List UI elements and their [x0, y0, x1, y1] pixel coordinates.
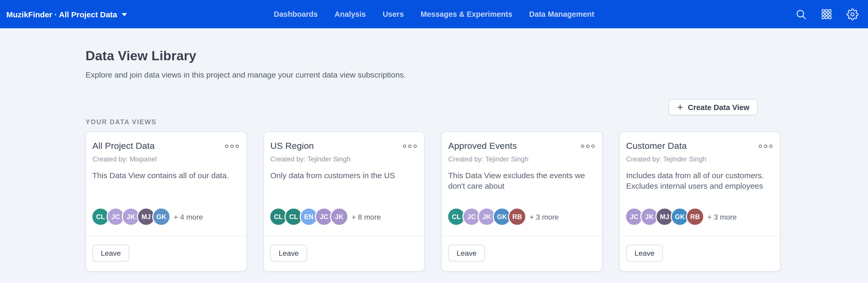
meatball-dot-icon — [236, 145, 239, 148]
avatar-rb: RB — [686, 208, 704, 226]
card-body: US Region Created by: Tejinder Singh Onl… — [264, 132, 424, 235]
leave-button[interactable]: Leave — [626, 245, 663, 261]
card-options-menu-button[interactable] — [580, 144, 596, 149]
search-button[interactable] — [795, 8, 807, 21]
topbar: MuzikFinder · All Project Data Dashboard… — [0, 0, 868, 28]
leave-button[interactable]: Leave — [92, 245, 129, 261]
page-title: Data View Library — [86, 28, 780, 63]
card-description: This Data View contains all of our data. — [92, 170, 240, 181]
app-root: MuzikFinder · All Project Data Dashboard… — [0, 0, 868, 283]
card-options-menu-button[interactable] — [402, 144, 418, 149]
card-more-label: + 3 more — [529, 213, 559, 221]
card-title-row: All Project Data — [92, 141, 240, 151]
card-footer: Leave — [264, 235, 424, 271]
card-created-by: Created by: Tejinder Singh — [270, 155, 418, 163]
data-view-card: Customer Data Created by: Tejinder Singh… — [619, 132, 780, 272]
data-view-card: All Project Data Created by: Mixpanel Th… — [86, 132, 247, 272]
card-more-label: + 4 more — [174, 213, 203, 221]
card-title: US Region — [270, 141, 314, 151]
nav-item-data-management[interactable]: Data Management — [529, 10, 594, 19]
card-title: All Project Data — [92, 141, 155, 151]
card-title-row: US Region — [270, 141, 418, 151]
card-options-menu-button[interactable] — [758, 144, 774, 149]
card-title-row: Approved Events — [448, 141, 596, 151]
card-description: Includes data from all of our customers.… — [626, 170, 774, 191]
data-view-card: Approved Events Created by: Tejinder Sin… — [441, 132, 602, 272]
plus-icon: + — [677, 102, 683, 112]
card-footer: Leave — [442, 235, 602, 271]
meatball-dot-icon — [413, 145, 417, 148]
meatball-dot-icon — [769, 145, 773, 148]
avatar-list: CLCLENJCJK+ 8 more — [270, 208, 418, 226]
nav-item-analysis[interactable]: Analysis — [335, 10, 366, 19]
nav-item-dashboards[interactable]: Dashboards — [274, 10, 318, 19]
caret-down-icon — [122, 13, 127, 16]
meatball-dot-icon — [403, 145, 406, 148]
avatar-list: JCJKMJGKRB+ 3 more — [626, 208, 774, 226]
leave-button[interactable]: Leave — [448, 245, 485, 261]
meatball-dot-icon — [586, 145, 589, 148]
card-more-label: + 3 more — [707, 213, 737, 221]
avatar-list: CLJCJKMJGK+ 4 more — [92, 208, 240, 226]
leave-button[interactable]: Leave — [270, 245, 307, 261]
meatball-dot-icon — [591, 145, 595, 148]
nav-item-users[interactable]: Users — [382, 10, 404, 19]
apps-grid-button[interactable] — [820, 8, 833, 21]
section-label-your-data-views: YOUR DATA VIEWS — [86, 118, 780, 126]
meatball-dot-icon — [408, 145, 411, 148]
card-more-label: + 8 more — [351, 213, 381, 221]
card-created-by: Created by: Tejinder Singh — [448, 155, 596, 163]
cards-grid: All Project Data Created by: Mixpanel Th… — [86, 132, 780, 272]
card-body: Approved Events Created by: Tejinder Sin… — [442, 132, 602, 235]
meatball-dot-icon — [581, 145, 584, 148]
card-title-row: Customer Data — [626, 141, 774, 151]
avatar-list: CLJCJKGKRB+ 3 more — [448, 208, 596, 226]
avatar-rb: RB — [508, 208, 526, 226]
card-created-by: Created by: Mixpanel — [92, 155, 240, 163]
settings-button[interactable] — [846, 8, 859, 21]
card-title: Approved Events — [448, 141, 517, 151]
card-description: Only data from customers in the US — [270, 170, 418, 181]
main-content: Data View Library Explore and join data … — [0, 28, 868, 272]
project-switcher-label: MuzikFinder · All Project Data — [6, 10, 117, 19]
meatball-dot-icon — [225, 145, 228, 148]
meatball-dot-icon — [230, 145, 234, 148]
meatball-dot-icon — [764, 145, 767, 148]
search-icon — [795, 8, 807, 20]
settings-gear-icon — [846, 8, 858, 20]
card-title: Customer Data — [626, 141, 687, 151]
avatar-jk: JK — [330, 208, 348, 226]
card-options-menu-button[interactable] — [224, 144, 240, 149]
card-body: All Project Data Created by: Mixpanel Th… — [86, 132, 246, 235]
meatball-dot-icon — [759, 145, 762, 148]
card-created-by: Created by: Tejinder Singh — [626, 155, 774, 163]
page-subtitle: Explore and join data views in this proj… — [86, 69, 780, 81]
card-footer: Leave — [86, 235, 246, 271]
card-body: Customer Data Created by: Tejinder Singh… — [620, 132, 780, 235]
data-view-card: US Region Created by: Tejinder Singh Onl… — [264, 132, 425, 272]
nav-item-messages-experiments[interactable]: Messages & Experiments — [421, 10, 513, 19]
create-data-view-label: Create Data View — [688, 103, 749, 111]
topbar-right-actions — [795, 8, 868, 21]
card-footer: Leave — [620, 235, 780, 271]
apps-grid-icon — [821, 8, 832, 20]
project-switcher[interactable]: MuzikFinder · All Project Data — [0, 10, 133, 19]
card-description: This Data View excludes the events we do… — [448, 170, 596, 191]
create-data-view-button[interactable]: + Create Data View — [669, 99, 758, 115]
avatar-gk: GK — [152, 208, 170, 226]
